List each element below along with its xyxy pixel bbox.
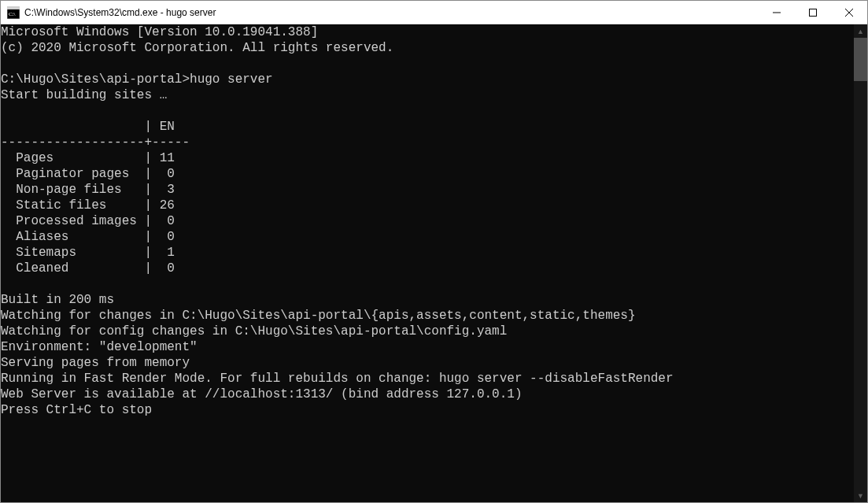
window-controls <box>759 1 867 24</box>
terminal-line: C:\Hugo\Sites\api-portal>hugo server <box>1 72 854 87</box>
window-title: C:\Windows\System32\cmd.exe - hugo serve… <box>24 7 759 18</box>
svg-rect-1 <box>7 6 20 9</box>
terminal-line: Sitemaps | 1 <box>1 245 854 261</box>
terminal-output[interactable]: Microsoft Windows [Version 10.0.19041.38… <box>1 24 854 502</box>
terminal-line: Microsoft Windows [Version 10.0.19041.38… <box>1 24 854 40</box>
terminal-line: Watching for changes in C:\Hugo\Sites\ap… <box>1 308 854 324</box>
terminal-line: Built in 200 ms <box>1 292 854 308</box>
terminal-line: Running in Fast Render Mode. For full re… <box>1 371 854 386</box>
terminal-line: (c) 2020 Microsoft Corporation. All righ… <box>1 40 854 56</box>
terminal-line: Serving pages from memory <box>1 355 854 371</box>
svg-rect-4 <box>810 9 817 16</box>
scroll-down-arrow-icon[interactable]: ▼ <box>854 489 867 502</box>
terminal-line: Watching for config changes in C:\Hugo\S… <box>1 324 854 339</box>
terminal-line: Press Ctrl+C to stop <box>1 402 854 418</box>
terminal-line <box>1 276 854 292</box>
terminal-wrap: Microsoft Windows [Version 10.0.19041.38… <box>1 24 867 502</box>
svg-text:C:\: C:\ <box>9 11 16 17</box>
terminal-line: Environment: "development" <box>1 339 854 355</box>
vertical-scrollbar[interactable]: ▲ ▼ <box>854 24 867 502</box>
terminal-line <box>1 103 854 119</box>
terminal-line: Processed images | 0 <box>1 213 854 229</box>
terminal-line: Aliases | 0 <box>1 229 854 245</box>
cmd-icon: C:\ <box>7 6 20 19</box>
scroll-up-arrow-icon[interactable]: ▲ <box>854 24 867 38</box>
terminal-line <box>1 418 854 434</box>
minimize-button[interactable] <box>759 1 795 24</box>
maximize-button[interactable] <box>795 1 831 24</box>
terminal-line <box>1 56 854 72</box>
terminal-line: Non-page files | 3 <box>1 182 854 198</box>
close-button[interactable] <box>831 1 867 24</box>
terminal-line: Pages | 11 <box>1 150 854 166</box>
terminal-line: Web Server is available at //localhost:1… <box>1 386 854 402</box>
terminal-line: Start building sites … <box>1 87 854 103</box>
terminal-line: -------------------+----- <box>1 135 854 150</box>
scroll-thumb[interactable] <box>854 38 867 81</box>
terminal-line: Static files | 26 <box>1 198 854 213</box>
terminal-line: Cleaned | 0 <box>1 261 854 276</box>
titlebar: C:\ C:\Windows\System32\cmd.exe - hugo s… <box>1 1 867 24</box>
terminal-line: Paginator pages | 0 <box>1 166 854 182</box>
terminal-line: | EN <box>1 119 854 135</box>
